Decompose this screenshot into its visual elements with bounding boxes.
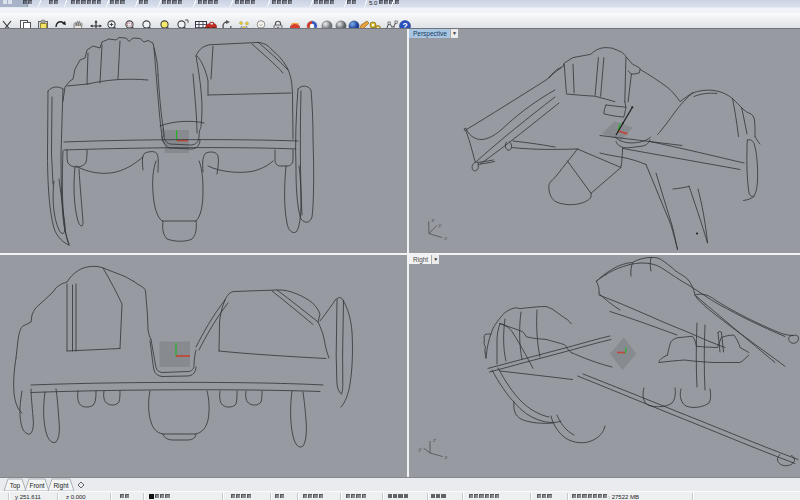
svg-text:y: y — [437, 222, 442, 228]
svg-text:z: z — [431, 217, 435, 223]
svg-text:x: x — [443, 235, 447, 241]
svg-text:Right: Right — [53, 482, 68, 490]
svg-text:y: y — [418, 446, 423, 452]
svg-text:Top: Top — [10, 482, 21, 490]
svg-text:Front: Front — [29, 482, 44, 489]
svg-text:z: z — [432, 437, 436, 443]
svg-text:x: x — [444, 454, 448, 460]
